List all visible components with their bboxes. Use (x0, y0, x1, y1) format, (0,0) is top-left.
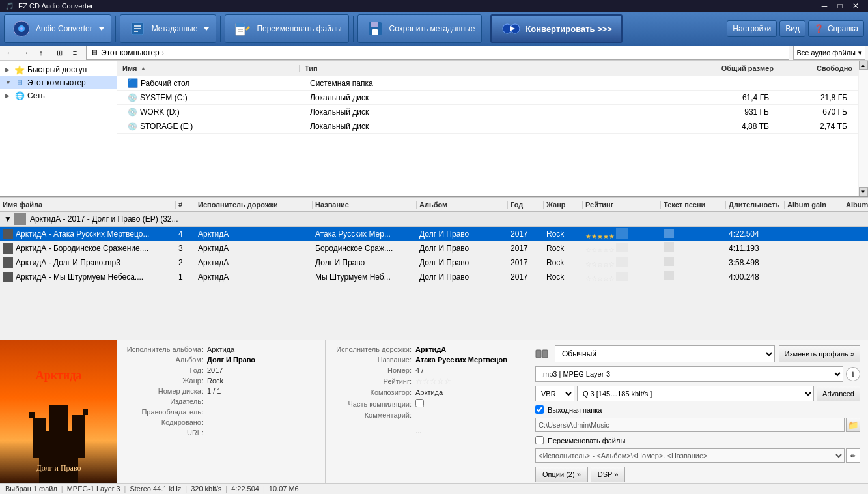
col-albumpeak[interactable]: Album peak (843, 201, 868, 209)
file-list-area: Имя ▲ Тип Общий размер Свободно 🟦 Рабочи… (117, 61, 858, 196)
sidebar-item-thiscomputer[interactable]: ▼ 🖥 Этот компьютер (0, 76, 117, 89)
track-rating-3: ☆☆☆☆☆ (583, 257, 661, 268)
track-row-2[interactable]: АрктидА - Бородинское Сражение.... 3 Арк… (0, 241, 868, 255)
expand-icon-net: ▶ (5, 93, 12, 99)
track-row-4[interactable]: АрктидА - Мы Штурмуем Небеса.... 1 Аркти… (0, 270, 868, 284)
settings-button[interactable]: Настройки (727, 20, 777, 37)
svg-rect-19 (72, 415, 85, 458)
title-bar-controls: ─ □ ✕ (817, 0, 863, 12)
help-button[interactable]: ❓ Справка (808, 20, 864, 37)
nav-up-button[interactable]: ↑ (34, 46, 48, 60)
c-drive-icon: 💿 (128, 93, 137, 102)
file-row-e[interactable]: 💿 STORAGE (E:) Локальный диск 4,88 ТБ 2,… (117, 119, 858, 134)
col-genre[interactable]: Жанр (544, 201, 583, 209)
track-row-1[interactable]: АрктидА - Атака Русских Мертвецо... 4 Ар… (0, 227, 868, 241)
file-row-desktop[interactable]: 🟦 Рабочий стол Системная папка (117, 76, 858, 91)
profile-dropdown[interactable]: Обычный (555, 345, 775, 362)
audio-converter-button[interactable]: Audio Converter (4, 14, 111, 43)
convert-button[interactable]: Конвертировать >>> (490, 14, 623, 43)
track-list-header: Имя файла # Исполнитель дорожки Название… (0, 197, 868, 212)
col-duration[interactable]: Длительность (726, 201, 785, 209)
small-icons-button[interactable]: ≡ (68, 46, 82, 60)
rename-files-button[interactable]: Переименовать файлы (225, 14, 348, 43)
col-free[interactable]: Свободно (779, 65, 858, 72)
col-track-artist[interactable]: Исполнитель дорожки (195, 201, 313, 209)
d-free: 670 ГБ (774, 108, 852, 117)
meta-title-value: Атака Русских Мертвецов (415, 356, 519, 364)
rename-edit-button[interactable]: ✏ (846, 448, 860, 463)
e-drive-icon: 💿 (128, 122, 137, 131)
format-row: .mp3 | MPEG Layer-3 ℹ (535, 366, 860, 382)
col-title[interactable]: Название (313, 201, 417, 209)
track-thumb-4 (3, 272, 13, 282)
minimize-button[interactable]: ─ (817, 0, 832, 12)
large-icons-button[interactable]: ⊞ (52, 46, 66, 60)
svg-rect-21 (29, 412, 35, 418)
vbr-dropdown[interactable]: VBR (535, 386, 574, 401)
rename-pattern-select[interactable]: <Исполнитель> - <Альбом>\<Номер>. <Назва… (535, 448, 845, 463)
metadata-button[interactable]: Метаданные (120, 14, 217, 43)
main-toolbar: Audio Converter Метаданные Переименовать… (0, 12, 868, 46)
scroll-up-btn[interactable]: ▲ (859, 61, 868, 70)
view-button[interactable]: Вид (779, 20, 805, 37)
track-group-row[interactable]: ▼ АрктидА - 2017 - Долг и Право (EP) (32… (0, 212, 868, 227)
svg-rect-23 (536, 350, 541, 358)
col-type[interactable]: Тип (300, 65, 675, 72)
format-info-button[interactable]: ℹ (846, 367, 860, 381)
col-album[interactable]: Альбом (417, 201, 508, 209)
sidebar-item-quickaccess[interactable]: ▶ ⭐ Быстрый доступ (0, 63, 117, 76)
nav-back-button[interactable]: ← (3, 46, 17, 60)
meta-album-artist-label: Исполнитель альбома: (125, 345, 203, 353)
dsp-button[interactable]: DSP » (591, 467, 626, 482)
change-profile-label: Изменить профиль » (785, 350, 854, 358)
quality-dropdown[interactable]: Q 3 [145…185 kbit/s ] (577, 386, 814, 401)
col-albumgain[interactable]: Album gain (785, 201, 843, 209)
d-drive-name: WORK (D:) (140, 108, 180, 117)
track-album-2: Долг И Право (417, 244, 508, 253)
bitrate-row: VBR Q 3 [145…185 kbit/s ] Advanced (535, 386, 860, 401)
format-dropdown[interactable]: .mp3 | MPEG Layer-3 (535, 366, 843, 382)
svg-rect-18 (33, 418, 46, 458)
col-filename[interactable]: Имя файла (0, 201, 176, 209)
advanced-button[interactable]: Advanced (817, 386, 860, 401)
filter-dropdown[interactable]: Все аудио файлы ▾ (793, 46, 865, 60)
profile-row: Обычный Изменить профиль » (535, 345, 860, 362)
track-row-3[interactable]: АрктидА - Долг И Право.mp3 2 АрктидА Дол… (0, 255, 868, 270)
maximize-button[interactable]: □ (833, 0, 847, 12)
rename-files-checkbox[interactable] (535, 436, 544, 444)
col-name[interactable]: Имя ▲ (117, 65, 300, 72)
nav-forward-button[interactable]: → (18, 46, 33, 60)
scroll-down-btn[interactable]: ▼ (859, 187, 868, 196)
status-bar: Выбран 1 файл | MPEG-1 Layer 3 | Stereo … (0, 483, 868, 494)
sidebar-item-network[interactable]: ▶ 🌐 Сеть (0, 89, 117, 102)
file-row-c[interactable]: 💿 SYSTEM (C:) Локальный диск 61,4 ГБ 21,… (117, 91, 858, 105)
file-scrollbar[interactable]: ▲ ▼ (858, 61, 868, 196)
sidebar-quickaccess-label: Быстрый доступ (27, 65, 87, 74)
col-size[interactable]: Общий размер (675, 65, 779, 72)
audio-converter-chevron (99, 27, 104, 31)
close-button[interactable]: ✕ (848, 0, 863, 12)
output-folder-checkbox[interactable] (535, 405, 544, 414)
meta-copyright-label: Правообладатель: (125, 408, 203, 416)
expand-icon: ▶ (5, 66, 12, 73)
output-path-browse-button[interactable]: 📁 (846, 418, 860, 432)
col-num[interactable]: # (176, 201, 195, 209)
output-path-input[interactable] (535, 418, 845, 432)
group-label: АрктидА - 2017 - Долг и Право (EP) (32..… (30, 214, 178, 224)
meta-album-label: Альбом: (125, 356, 203, 364)
toolbar-sep-3 (353, 16, 354, 42)
rename-files-row: Переименовать файлы (535, 436, 860, 444)
save-metadata-button[interactable]: Сохранить метаданные (357, 14, 483, 43)
col-lyrics[interactable]: Текст песни (661, 201, 726, 209)
meta-compilation-value[interactable] (415, 399, 519, 409)
address-separator: › (162, 50, 164, 57)
compilation-checkbox[interactable] (415, 399, 424, 407)
address-bar[interactable]: 🖥 Этот компьютер › (86, 46, 789, 60)
file-row-d[interactable]: 💿 WORK (D:) Локальный диск 931 ГБ 670 ГБ (117, 105, 858, 119)
col-year[interactable]: Год (508, 201, 544, 209)
change-profile-button[interactable]: Изменить профиль » (779, 345, 860, 362)
col-rating[interactable]: Рейтинг (583, 201, 661, 209)
options-button[interactable]: Опции (2) » (535, 467, 588, 482)
status-sep-1: | (61, 485, 63, 493)
desktop-name: Рабочий стол (141, 79, 189, 88)
